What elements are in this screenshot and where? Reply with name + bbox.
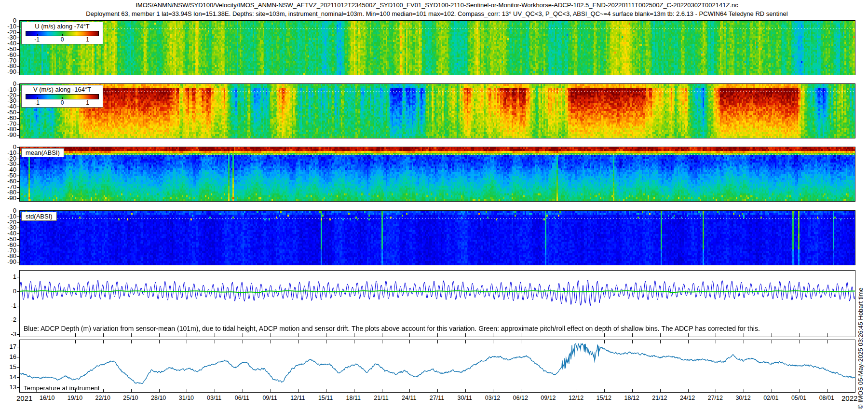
- y-tick-mark: [17, 96, 20, 96]
- x-axis-year-end: 2022: [841, 394, 857, 402]
- y-tick-mark: [17, 262, 20, 262]
- y-tick-mark: [17, 21, 20, 21]
- y-tick-mark: [17, 55, 20, 55]
- x-tick-label-date: 02/01: [763, 395, 778, 401]
- x-tick-label-date: 30/11: [458, 395, 472, 401]
- y-tick-label: -1: [0, 302, 16, 309]
- x-tick-label-date: 21/12: [652, 395, 667, 401]
- y-tick-mark: [17, 251, 20, 251]
- x-tick-label-date: 24/11: [402, 395, 416, 401]
- v-colorbar-legend: V (m/s) along -164°T -101: [21, 85, 103, 108]
- x-tick-label-date: 03/11: [207, 395, 221, 401]
- y-tick-mark: [17, 49, 20, 50]
- y-tick-mark: [17, 367, 20, 368]
- x-tick-label-date: 19/10: [68, 395, 82, 401]
- y-tick-mark: [17, 129, 20, 130]
- panel-u-velocity: U (m/s) along -74°T -101 0-10-20-30-40-5…: [19, 20, 855, 75]
- std-absi-heatmap: [20, 211, 855, 265]
- y-tick-mark: [17, 320, 20, 320]
- y-tick-mark: [17, 66, 20, 67]
- x-tick-label-date: 08/01: [819, 395, 834, 401]
- y-tick-label: -3: [0, 331, 16, 338]
- x-tick-label-date: 30/12: [735, 395, 750, 401]
- y-tick-mark: [17, 107, 20, 107]
- y-tick-label: 16: [0, 354, 16, 360]
- y-tick-mark: [17, 61, 20, 61]
- y-tick-mark: [17, 239, 20, 240]
- v-legend-title: V (m/s) along -164°T: [26, 86, 99, 94]
- y-tick-mark: [17, 277, 20, 277]
- u-colorbar-legend: U (m/s) along -74°T -101: [21, 22, 103, 44]
- x-tick-label-date: 28/10: [151, 395, 166, 401]
- v-colorbar-ticks: -101: [26, 99, 98, 106]
- x-tick-label-date: 06/12: [513, 395, 528, 401]
- y-tick-label: -90: [0, 68, 16, 75]
- y-tick-mark: [17, 256, 20, 257]
- u-colorbar: [26, 31, 99, 36]
- y-tick-mark: [17, 101, 20, 101]
- x-tick-label-date: 15/11: [318, 395, 333, 401]
- y-tick-label: -90: [0, 132, 16, 138]
- x-tick-label-date: 06/11: [235, 395, 249, 401]
- x-tick-label-date: 09/11: [262, 395, 277, 401]
- adcp-figure: IMOS/ANMN/NSW/SYD100/Velocity/IMOS_ANMN-…: [0, 0, 868, 410]
- y-tick-mark: [17, 124, 20, 124]
- y-tick-mark: [17, 377, 20, 378]
- y-tick-mark: [17, 164, 20, 164]
- mean-absi-label: mean(ABSI): [21, 148, 64, 157]
- x-tick-label-date: 22/10: [95, 395, 110, 401]
- y-tick-label: 15: [0, 364, 16, 370]
- figure-title-deployment-info: Deployment 63, member 1 lat=33.94S lon=1…: [19, 10, 854, 17]
- x-tick-label-date: 25/10: [123, 395, 138, 401]
- depth-variation-caption: Blue: ADCP Depth (m) variation from sens…: [24, 325, 760, 332]
- colorbar-tick-label: 1: [86, 36, 89, 43]
- x-tick-label-date: 31/10: [179, 395, 194, 401]
- y-tick-label: -90: [0, 195, 16, 202]
- x-axis-year-start: 2021: [16, 394, 32, 402]
- y-tick-label: -2: [0, 316, 16, 323]
- y-tick-mark: [17, 112, 20, 113]
- y-tick-mark: [17, 347, 20, 347]
- x-tick-label-date: 18/12: [624, 395, 639, 401]
- y-tick-label: 17: [0, 343, 16, 350]
- y-tick-mark: [17, 306, 20, 306]
- y-tick-mark: [17, 357, 20, 357]
- x-tick-label-date: 16/10: [40, 395, 54, 401]
- imos-watermark: © IMOS 05-May-2025 03:26:45 Hobart time: [857, 232, 864, 409]
- y-tick-label: -90: [0, 259, 16, 265]
- y-tick-mark: [17, 181, 20, 182]
- y-tick-mark: [17, 84, 20, 84]
- y-tick-mark: [17, 228, 20, 228]
- y-tick-mark: [17, 27, 20, 27]
- y-tick-mark: [17, 187, 20, 188]
- colorbar-tick-label: 1: [86, 99, 89, 106]
- panel-temperature: Temperature at instrument 1716151413: [19, 340, 855, 393]
- y-tick-mark: [17, 245, 20, 246]
- x-tick-label-date: 27/11: [430, 395, 444, 401]
- y-tick-mark: [17, 387, 20, 388]
- x-tick-label-date: 24/12: [680, 395, 695, 401]
- figure-title-filename: IMOS/ANMN/NSW/SYD100/Velocity/IMOS_ANMN-…: [19, 1, 854, 9]
- y-tick-mark: [17, 198, 20, 199]
- y-tick-mark: [17, 147, 20, 148]
- panel-depth-variation: Blue: ADCP Depth (m) variation from sens…: [19, 270, 855, 337]
- y-tick-label: 13: [0, 384, 16, 391]
- temperature-lineplot: [20, 340, 855, 392]
- y-tick-mark: [17, 192, 20, 193]
- x-tick-label-date: 05/01: [791, 395, 806, 401]
- x-tick-label-date: 18/11: [346, 395, 361, 401]
- x-axis-date-labels: 16/1019/1022/1025/1028/1031/1003/1106/11…: [0, 395, 868, 403]
- colorbar-tick-label: -1: [34, 36, 40, 43]
- y-tick-mark: [17, 334, 20, 335]
- mean-absi-heatmap: [20, 147, 855, 201]
- y-tick-label: 0: [0, 288, 16, 295]
- v-velocity-heatmap: [20, 84, 855, 138]
- u-velocity-heatmap: [20, 21, 855, 75]
- temperature-label: Temperature at instrument: [24, 384, 100, 392]
- y-tick-mark: [17, 170, 20, 170]
- colorbar-tick-label: -1: [34, 99, 40, 106]
- y-tick-label: 1: [0, 273, 16, 280]
- y-tick-mark: [17, 222, 20, 223]
- y-tick-mark: [17, 217, 20, 217]
- colorbar-tick-label: 0: [61, 36, 64, 43]
